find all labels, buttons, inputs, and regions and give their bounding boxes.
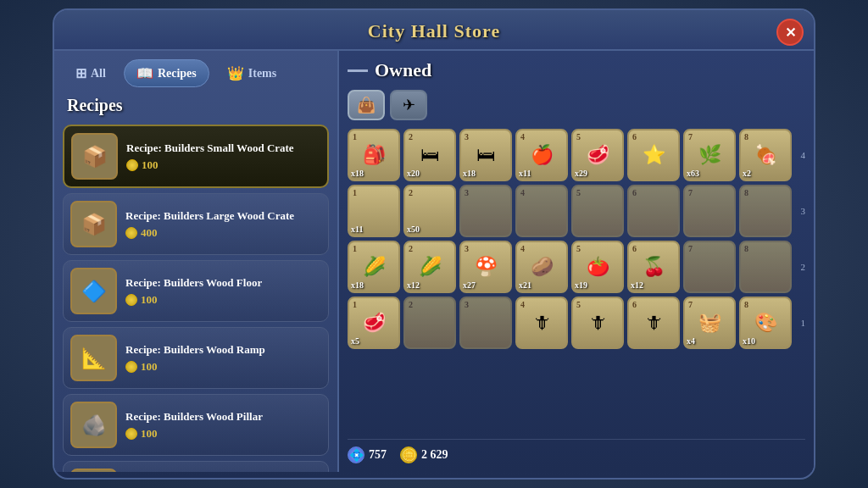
item-slot[interactable]: 2 x50 [403, 185, 456, 237]
recipe-cost: 100 [126, 158, 320, 172]
item-slot[interactable]: 2 [403, 297, 456, 349]
item-slot[interactable]: 1 🌽 x18 [348, 241, 400, 293]
slot-number: 6 [632, 244, 637, 253]
slot-number: 3 [465, 300, 469, 309]
item-qty: x18 [463, 169, 476, 178]
item-qty: x12 [631, 280, 643, 290]
item-slot[interactable]: 3 [459, 185, 512, 237]
recipe-item[interactable]: 📦 Recipe: Builders Small Wood Crate 100 [63, 125, 329, 188]
modal-header: City Hall Store ✕ [54, 10, 814, 51]
item-emoji: ⭐ [643, 144, 665, 166]
slot-number: 7 [688, 244, 693, 253]
item-slot[interactable]: 5 🥩 x29 [571, 129, 624, 181]
item-qty: x18 [351, 280, 364, 290]
slot-number: 1 [353, 188, 357, 197]
item-emoji: 🌿 [698, 144, 721, 166]
all-icon: ⊞ [75, 65, 86, 81]
item-slot[interactable]: 4 🥔 x21 [515, 241, 568, 293]
slot-number: 8 [744, 244, 748, 253]
item-emoji: 🍄 [475, 256, 498, 278]
items-icon: 👑 [227, 65, 244, 81]
recipe-info: Recipe: Builders Wood Ramp 100 [125, 343, 321, 374]
item-slot[interactable]: 3 🛏 x18 [459, 129, 512, 181]
slot-number: 6 [632, 188, 637, 197]
row-number: 4 [795, 150, 805, 160]
item-qty: x27 [463, 280, 476, 290]
item-slot[interactable]: 2 🌽 x12 [403, 241, 456, 293]
item-slot[interactable]: 4 🗡 [515, 297, 568, 349]
item-slot[interactable]: 5 🗡 [571, 297, 624, 349]
recipe-item[interactable]: 📦 Recipe: Builders Large Wood Crate 400 [63, 193, 329, 255]
recipe-item[interactable]: 🔷 Recipe: Builders Wood Floor 100 [63, 260, 329, 322]
item-slot[interactable]: 8 🎨 x10 [739, 297, 792, 349]
tab-all[interactable]: ⊞ All [63, 59, 119, 87]
item-slot[interactable]: 7 🧺 x4 [683, 297, 736, 349]
recipe-price: 100 [141, 360, 158, 374]
item-slot[interactable]: 7 [683, 185, 736, 237]
grid-row: 1 🎒 x18 2 🛏 x20 3 🛏 x18 4 🍎 x11 [348, 129, 805, 181]
slot-number: 7 [688, 132, 693, 141]
item-slot[interactable]: 1 🥩 x5 [348, 297, 400, 349]
recipe-item[interactable]: 🪵 Recipe: Builders Wood Wall 100 [63, 461, 329, 472]
item-slot[interactable]: 4 🍎 x11 [515, 129, 568, 181]
slot-number: 3 [465, 188, 469, 197]
item-slot[interactable]: 6 🗡 [627, 297, 680, 349]
item-emoji: 🌽 [363, 256, 386, 278]
bottom-bar: 💠 757 🪙 2 629 [348, 439, 805, 463]
item-slot[interactable]: 8 [739, 241, 792, 293]
item-slot[interactable]: 6 ⭐ [627, 129, 680, 181]
left-panel: ⊞ All 📖 Recipes 👑 Items Recipes 📦 R [54, 51, 339, 472]
item-slot[interactable]: 7 [683, 241, 736, 293]
store-modal: City Hall Store ✕ ⊞ All 📖 Recipes 👑 Item… [53, 8, 815, 480]
filter-send[interactable]: ✈ [390, 90, 427, 120]
recipe-cost: 100 [125, 360, 321, 374]
item-slot[interactable]: 3 [459, 297, 512, 349]
slot-number: 5 [576, 132, 581, 141]
recipe-thumb: 🪨 [70, 402, 117, 448]
coin-icon [125, 227, 137, 239]
tab-recipes[interactable]: 📖 Recipes [124, 59, 209, 87]
recipe-info: Recipe: Builders Small Wood Crate 100 [126, 141, 320, 172]
tab-items[interactable]: 👑 Items [214, 59, 289, 87]
item-slot[interactable]: 6 🍒 x12 [627, 241, 680, 293]
item-qty: x11 [519, 169, 531, 178]
gold-value: 2 629 [421, 448, 448, 462]
item-qty: x20 [407, 169, 420, 178]
slot-number: 4 [520, 132, 525, 141]
item-slot[interactable]: 2 🛏 x20 [403, 129, 456, 181]
item-qty: x5 [351, 336, 359, 346]
item-emoji: 🛏 [420, 144, 439, 166]
item-slot[interactable]: 7 🌿 x63 [683, 129, 736, 181]
slot-number: 7 [688, 300, 693, 309]
tab-recipes-label: Recipes [158, 67, 197, 80]
slot-number: 8 [744, 300, 748, 309]
recipe-item[interactable]: 🪨 Recipe: Builders Wood Pillar 100 [63, 394, 329, 456]
right-panel: Owned 👜 ✈ 1 🎒 x18 2 🛏 x20 [339, 51, 814, 472]
item-slot[interactable]: 1 🎒 x18 [348, 129, 400, 181]
item-slot[interactable]: 8 🍖 x2 [739, 129, 792, 181]
item-emoji: 🍖 [754, 144, 777, 166]
item-slot[interactable]: 5 [571, 185, 624, 237]
slot-number: 4 [520, 300, 525, 309]
close-button[interactable]: ✕ [776, 19, 804, 46]
recipe-list: 📦 Recipe: Builders Small Wood Crate 100 … [54, 120, 337, 472]
item-slot[interactable]: 1 x11 [348, 185, 400, 237]
item-slot[interactable]: 8 [739, 185, 792, 237]
item-slot[interactable]: 6 [627, 185, 680, 237]
item-qty: x18 [351, 169, 364, 178]
recipe-price: 400 [141, 226, 158, 240]
slot-number: 5 [576, 244, 581, 253]
item-emoji: 🍎 [531, 144, 554, 166]
filter-bag[interactable]: 👜 [348, 90, 385, 120]
recipe-cost: 100 [125, 293, 321, 307]
tab-items-label: Items [248, 67, 276, 80]
coin-icon [125, 428, 137, 440]
row-number: 1 [795, 318, 805, 328]
recipe-price: 100 [141, 427, 158, 441]
item-slot[interactable]: 3 🍄 x27 [459, 241, 512, 293]
item-slot[interactable]: 4 [515, 185, 568, 237]
item-slot[interactable]: 5 🍅 x19 [571, 241, 624, 293]
item-emoji: 🗡 [532, 312, 551, 334]
item-qty: x21 [519, 280, 531, 290]
recipe-item[interactable]: 📐 Recipe: Builders Wood Ramp 100 [63, 327, 329, 389]
